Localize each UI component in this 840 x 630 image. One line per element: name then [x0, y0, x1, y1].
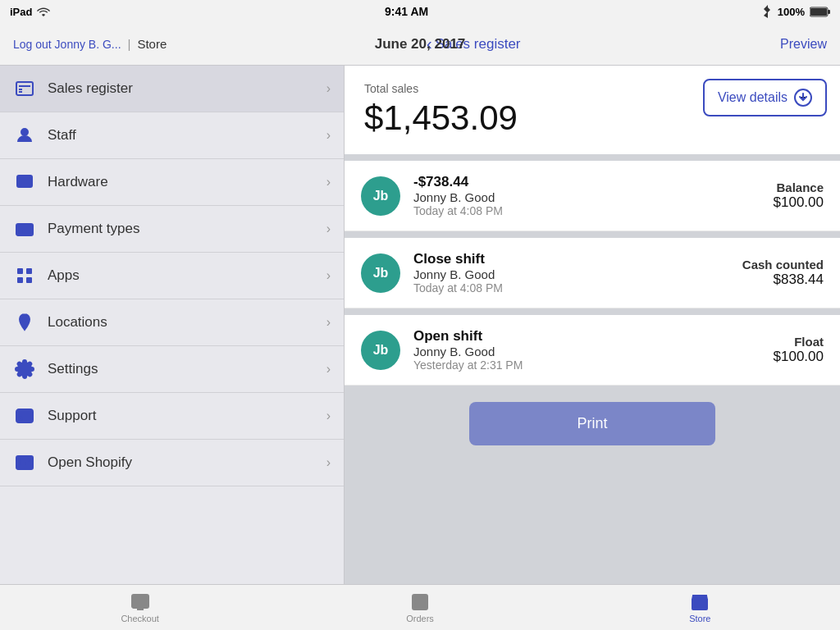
tab-orders[interactable]: Orders: [280, 585, 559, 630]
divider: [345, 308, 840, 315]
open-shopify-icon: [13, 451, 36, 474]
transaction-info: -$738.44 Jonny B. Good Today at 4:08 PM: [413, 174, 774, 217]
sidebar-item-support[interactable]: Support ›: [0, 393, 344, 440]
transaction-time: Today at 4:08 PM: [413, 204, 774, 217]
chevron-icon: ›: [326, 128, 331, 143]
print-button[interactable]: Print: [469, 402, 715, 445]
battery-label: 100%: [778, 6, 805, 18]
payment-types-icon: [13, 217, 36, 240]
transaction-amount: -$738.44: [413, 174, 774, 190]
sidebar-label-staff: Staff: [48, 127, 76, 144]
staff-icon: [13, 124, 36, 147]
battery-icon: [810, 7, 830, 17]
svg-rect-15: [26, 277, 32, 283]
nav-bar: Log out Jonny B. G... | Store ‹ Sales re…: [0, 23, 840, 66]
tab-bar: Checkout Orders Store: [0, 584, 840, 630]
status-right: 100%: [763, 5, 830, 18]
svg-rect-25: [413, 595, 427, 609]
avatar: Jb: [361, 253, 400, 293]
chevron-icon: ›: [326, 315, 331, 330]
sidebar-item-apps[interactable]: Apps ›: [0, 253, 344, 299]
transaction-time: Today at 4:08 PM: [413, 281, 742, 294]
support-icon: [13, 404, 36, 427]
view-details-label: View details: [718, 90, 788, 105]
transaction-right: Float $100.00: [774, 335, 824, 365]
total-sales-section: Total sales $1,453.09 View details: [345, 66, 840, 154]
sidebar-label-open-shopify: Open Shopify: [48, 454, 132, 471]
chevron-icon: ›: [326, 362, 331, 377]
transaction-item[interactable]: Jb Close shift Jonny B. Good Today at 4:…: [345, 238, 840, 308]
tab-checkout[interactable]: Checkout: [0, 585, 280, 630]
transaction-info: Close shift Jonny B. Good Today at 4:08 …: [413, 251, 742, 294]
tab-orders-label: Orders: [406, 614, 434, 623]
svg-rect-12: [17, 268, 23, 274]
wifi-icon: [37, 7, 50, 16]
sidebar-item-settings[interactable]: Settings ›: [0, 346, 344, 393]
tab-store[interactable]: Store: [560, 585, 840, 630]
sidebar-label-payment-types: Payment types: [48, 221, 139, 237]
sidebar-item-sales-register[interactable]: Sales register ›: [0, 66, 344, 112]
chevron-icon: ›: [326, 268, 331, 283]
chevron-icon: ›: [326, 175, 331, 189]
apps-icon: [13, 264, 36, 287]
svg-rect-1: [828, 10, 830, 14]
svg-rect-6: [19, 91, 22, 93]
chevron-icon: ›: [326, 409, 331, 423]
print-section: Print: [345, 386, 840, 462]
locations-icon: [13, 311, 36, 334]
status-left: iPad: [10, 6, 50, 18]
transaction-right-value: $838.44: [742, 272, 824, 288]
svg-rect-22: [21, 463, 25, 464]
transaction-right-value: $100.00: [774, 349, 824, 365]
svg-point-7: [21, 129, 28, 135]
sidebar-label-hardware: Hardware: [48, 174, 108, 190]
svg-rect-2: [810, 8, 827, 16]
transaction-right: Cash counted $838.44: [742, 258, 824, 288]
sales-register-icon: [13, 77, 36, 100]
transaction-right-label: Balance: [774, 180, 824, 194]
nav-date: June 20, 2017: [375, 36, 466, 52]
transaction-item[interactable]: Jb Open shift Jonny B. Good Yesterday at…: [345, 315, 840, 386]
svg-rect-24: [132, 595, 148, 608]
bluetooth-icon: [763, 5, 773, 18]
sidebar-label-support: Support: [48, 408, 97, 424]
settings-icon: [13, 358, 36, 381]
carrier-label: iPad: [10, 6, 32, 18]
sidebar-label-sales-register: Sales register: [48, 80, 133, 97]
preview-button[interactable]: Preview: [780, 37, 827, 52]
chevron-icon: ›: [326, 455, 331, 470]
tab-checkout-label: Checkout: [121, 614, 158, 623]
transaction-right: Balance $100.00: [774, 180, 824, 211]
transaction-time: Yesterday at 2:31 PM: [413, 358, 774, 372]
svg-point-16: [23, 317, 26, 321]
sidebar-item-staff[interactable]: Staff ›: [0, 112, 344, 159]
sidebar: Sales register › Staff › Hardware ›: [0, 66, 345, 584]
sidebar-label-locations: Locations: [48, 314, 107, 331]
svg-point-19: [20, 418, 22, 420]
svg-rect-18: [16, 409, 33, 422]
sidebar-item-open-shopify[interactable]: Open Shopify ›: [0, 440, 344, 486]
sidebar-item-hardware[interactable]: Hardware ›: [0, 159, 344, 206]
divider: [345, 154, 840, 161]
transaction-amount: Close shift: [413, 251, 742, 267]
orders-icon: [410, 592, 430, 612]
sidebar-item-locations[interactable]: Locations ›: [0, 299, 344, 346]
view-details-button[interactable]: View details: [703, 79, 827, 116]
transaction-right-label: Float: [774, 335, 824, 349]
logout-button[interactable]: Log out Jonny B. G...: [13, 38, 121, 51]
store-icon: [690, 592, 710, 612]
svg-rect-13: [26, 268, 32, 274]
transaction-right-label: Cash counted: [742, 258, 824, 272]
transaction-name: Jonny B. Good: [413, 345, 774, 358]
transaction-name: Jonny B. Good: [413, 190, 774, 204]
store-label: Store: [137, 37, 167, 51]
avatar: Jb: [361, 176, 400, 216]
transaction-item[interactable]: Jb -$738.44 Jonny B. Good Today at 4:08 …: [345, 161, 840, 231]
status-bar: iPad 9:41 AM 100%: [0, 0, 840, 23]
transaction-amount: Open shift: [413, 328, 774, 345]
sidebar-item-payment-types[interactable]: Payment types ›: [0, 206, 344, 253]
hardware-icon: [13, 171, 36, 194]
svg-rect-10: [16, 224, 33, 235]
chevron-icon: ›: [326, 221, 331, 236]
svg-rect-11: [19, 231, 22, 232]
